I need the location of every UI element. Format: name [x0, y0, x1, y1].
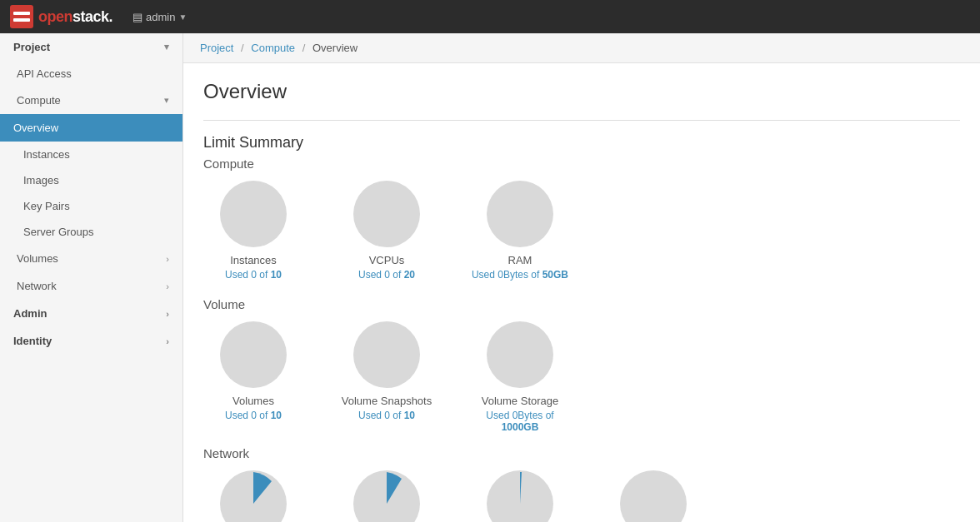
breadcrumb-current: Overview	[312, 42, 358, 54]
gauge-vcpus-circle	[353, 181, 420, 247]
gauge-instances: Instances Used 0 of 10	[203, 181, 303, 281]
overview-label: Overview	[13, 122, 58, 134]
gauge-volume-snapshots: Volume Snapshots Used 0 of 10	[337, 321, 437, 433]
gauge-network-2	[337, 470, 437, 522]
chevron-down-icon: ▾	[164, 42, 169, 52]
gauge-volume-storage-circle	[487, 321, 553, 388]
sidebar: Project ▾ API Access Compute ▾ Overview …	[0, 33, 183, 522]
gauge-volume-storage: Volume Storage Used 0Bytes of 1000GB	[470, 321, 570, 433]
compute-section-title: Compute	[203, 157, 960, 171]
user-menu[interactable]: ▤ admin ▼	[132, 11, 187, 23]
sidebar-item-network[interactable]: Network ›	[0, 272, 182, 300]
gauge-ram-circle	[487, 181, 553, 247]
breadcrumb-sep-2: /	[302, 42, 306, 54]
gauge-vcpus-label: VCPUs	[369, 254, 405, 266]
gauge-ram-used: Used 0Bytes of 50GB	[472, 269, 568, 281]
sidebar-item-volumes[interactable]: Volumes ›	[0, 245, 182, 272]
svg-point-8	[488, 323, 552, 386]
api-access-label: API Access	[17, 67, 72, 80]
limit-summary-heading: Limit Summary	[203, 134, 960, 152]
breadcrumb: Project / Compute / Overview	[183, 33, 980, 63]
gauge-volume-storage-used: Used 0Bytes of 1000GB	[470, 410, 570, 433]
svg-point-7	[355, 323, 418, 386]
sidebar-item-compute[interactable]: Compute ▾	[0, 87, 182, 114]
gauge-network-2-circle	[353, 470, 420, 522]
logo: openstack.	[10, 5, 112, 28]
gauge-network-3	[470, 470, 570, 522]
gauge-instances-used: Used 0 of 10	[225, 269, 282, 281]
user-chevron-icon: ▼	[178, 12, 187, 22]
topbar: openstack. ▤ admin ▼	[0, 0, 980, 33]
gauge-network-3-circle	[487, 470, 553, 522]
network-gauges	[203, 470, 960, 522]
svg-point-5	[488, 182, 552, 246]
openstack-logo-icon	[10, 5, 33, 28]
sidebar-item-api-access[interactable]: API Access	[0, 61, 182, 87]
server-groups-label: Server Groups	[23, 226, 94, 238]
chevron-down-icon: ▾	[164, 95, 169, 106]
gauge-vcpus: VCPUs Used 0 of 20	[337, 181, 437, 281]
svg-rect-0	[10, 5, 33, 28]
user-icon: ▤	[132, 11, 142, 23]
svg-point-4	[355, 182, 418, 246]
logo-text: openstack.	[38, 8, 112, 26]
compute-label: Compute	[17, 94, 61, 107]
svg-point-6	[222, 323, 285, 386]
sidebar-item-server-groups[interactable]: Server Groups	[0, 219, 182, 245]
gauge-network-4-circle	[620, 470, 687, 522]
gauge-volumes: Volumes Used 0 of 10	[203, 321, 303, 433]
chevron-right-icon: ›	[166, 336, 169, 346]
gauge-ram: RAM Used 0Bytes of 50GB	[470, 181, 570, 281]
sidebar-item-key-pairs[interactable]: Key Pairs	[0, 193, 182, 219]
volumes-label: Volumes	[17, 252, 58, 265]
instances-label: Instances	[23, 148, 70, 161]
content-area: Overview Limit Summary Compute Instances…	[183, 63, 980, 522]
gauge-network-1	[203, 470, 303, 522]
key-pairs-label: Key Pairs	[23, 200, 70, 212]
gauge-vcpus-used: Used 0 of 20	[358, 269, 415, 281]
network-label: Network	[17, 280, 57, 292]
sidebar-item-images[interactable]: Images	[0, 167, 182, 193]
gauge-volumes-circle	[220, 321, 287, 388]
gauge-instances-circle	[220, 181, 287, 247]
chevron-right-icon: ›	[166, 281, 169, 291]
gauge-volume-storage-label: Volume Storage	[482, 395, 559, 407]
sidebar-item-instances[interactable]: Instances	[0, 142, 182, 167]
user-label: admin	[146, 11, 175, 23]
admin-label: Admin	[13, 307, 47, 320]
page-title: Overview	[203, 80, 960, 103]
svg-rect-1	[13, 12, 30, 15]
volume-gauges: Volumes Used 0 of 10 Volume Snapshots Us…	[203, 321, 960, 433]
gauge-volumes-label: Volumes	[232, 395, 274, 407]
gauge-instances-label: Instances	[230, 254, 277, 266]
breadcrumb-compute[interactable]: Compute	[251, 42, 295, 54]
volume-section-title: Volume	[203, 297, 960, 311]
gauge-volumes-used: Used 0 of 10	[225, 410, 282, 421]
sidebar-item-project[interactable]: Project ▾	[0, 33, 182, 61]
compute-gauges: Instances Used 0 of 10 VCPUs Used 0 of 2…	[203, 181, 960, 281]
svg-point-3	[222, 182, 285, 246]
chevron-right-icon: ›	[166, 309, 169, 319]
chevron-right-icon: ›	[166, 254, 169, 264]
gauge-volume-snapshots-used: Used 0 of 10	[358, 410, 415, 421]
main-content: Project / Compute / Overview Overview Li…	[183, 33, 980, 522]
gauge-network-1-circle	[220, 470, 287, 522]
sidebar-project-label: Project	[13, 41, 50, 53]
gauge-network-4	[603, 470, 703, 522]
sidebar-item-admin[interactable]: Admin ›	[0, 300, 182, 327]
breadcrumb-project[interactable]: Project	[200, 42, 233, 54]
svg-point-12	[622, 472, 685, 522]
sidebar-item-overview[interactable]: Overview	[0, 114, 182, 142]
identity-label: Identity	[13, 335, 52, 347]
svg-rect-2	[13, 18, 30, 22]
breadcrumb-sep-1: /	[241, 42, 244, 54]
gauge-volume-snapshots-label: Volume Snapshots	[342, 395, 432, 407]
app-layout: Project ▾ API Access Compute ▾ Overview …	[0, 33, 980, 522]
title-divider	[203, 120, 960, 121]
images-label: Images	[23, 174, 59, 186]
gauge-volume-snapshots-circle	[353, 321, 420, 388]
gauge-ram-label: RAM	[508, 254, 532, 266]
sidebar-item-identity[interactable]: Identity ›	[0, 327, 182, 355]
network-section-title: Network	[203, 446, 960, 460]
